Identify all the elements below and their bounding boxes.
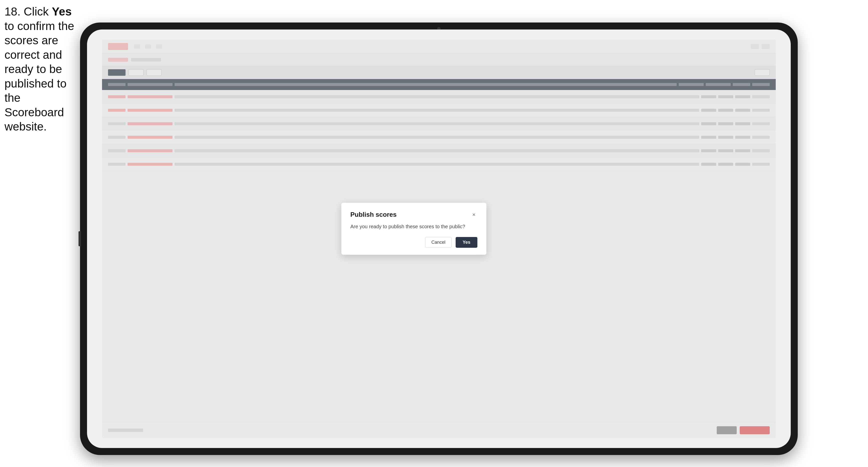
publish-scores-modal: Publish scores × Are you ready to publis…: [341, 203, 486, 255]
modal-close-button[interactable]: ×: [470, 211, 477, 218]
modal-header: Publish scores ×: [350, 211, 477, 218]
modal-body-text: Are you ready to publish these scores to…: [350, 223, 477, 230]
instruction-text: 18. Click Yes to confirm the scores are …: [4, 4, 80, 134]
tablet-device: Publish scores × Are you ready to publis…: [80, 23, 798, 455]
modal-title: Publish scores: [350, 211, 397, 218]
modal-footer: Cancel Yes: [350, 237, 477, 248]
app-screen: Publish scores × Are you ready to publis…: [102, 39, 776, 438]
tablet-screen-bezel: Publish scores × Are you ready to publis…: [87, 30, 791, 448]
tablet-side-button: [79, 231, 81, 246]
modal-yes-button[interactable]: Yes: [456, 237, 477, 248]
modal-cancel-button[interactable]: Cancel: [425, 237, 452, 248]
modal-overlay: Publish scores × Are you ready to publis…: [102, 39, 776, 438]
